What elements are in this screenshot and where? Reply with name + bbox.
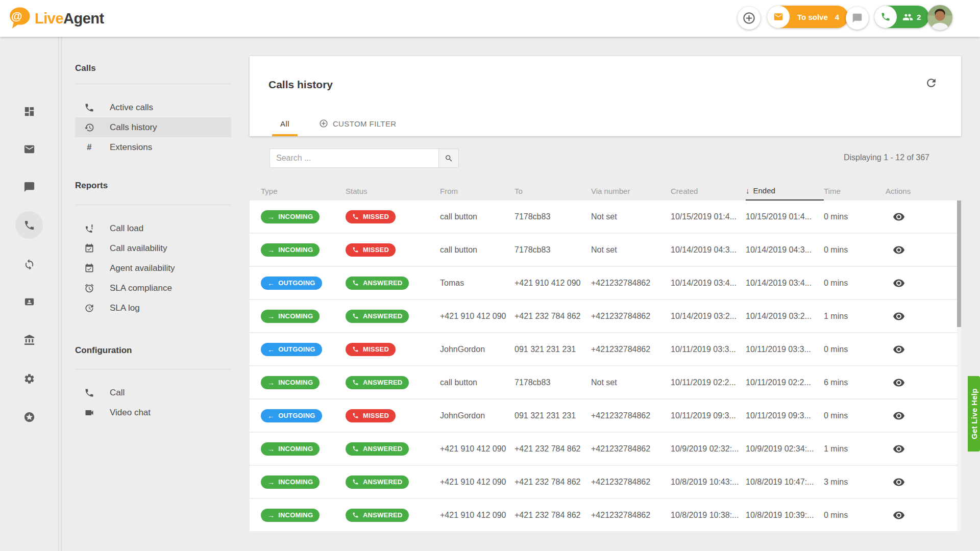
table-row[interactable]: ←OUTGOINGMISSEDJohnGordon091 321 231 231… [250, 399, 958, 432]
rail-item-gear[interactable] [15, 365, 43, 392]
cell-from: Tomas [440, 279, 514, 288]
menu-item-call[interactable]: Call [75, 383, 231, 403]
table-row[interactable]: →INCOMINGMISSEDcall button7178cb83Not se… [250, 234, 958, 266]
view-call-eye-icon[interactable] [893, 211, 905, 223]
refresh-icon[interactable] [925, 77, 938, 89]
table-row[interactable]: →INCOMINGANSWEREDcall button7178cb83Not … [250, 366, 958, 398]
table-row[interactable]: →INCOMINGANSWERED+421 910 412 090+421 23… [250, 300, 958, 332]
column-header-time[interactable]: Time [824, 181, 886, 201]
column-header-created[interactable]: Created [671, 181, 746, 201]
arrow-right-icon: → [267, 445, 275, 453]
menu-section-items: Active callsCalls history#Extensions [75, 97, 231, 157]
view-call-eye-icon[interactable] [893, 277, 905, 289]
arrow-left-icon: ← [267, 412, 275, 420]
rail-item-mail[interactable] [15, 135, 43, 163]
phone-icon [352, 379, 359, 386]
view-call-eye-icon[interactable] [893, 343, 905, 356]
column-header-ended[interactable]: ↓Ended [746, 181, 824, 201]
table-row[interactable]: →INCOMINGANSWERED+421 910 412 090+421 23… [250, 433, 958, 465]
cell-time: 0 mins [824, 411, 886, 420]
cell-time: 1 mins [824, 444, 886, 454]
column-header-via-number[interactable]: Via number [591, 181, 671, 201]
search-input[interactable] [270, 148, 439, 168]
cell-time: 0 mins [824, 279, 886, 288]
menu-item-active-calls[interactable]: Active calls [75, 97, 231, 117]
rail-item-star-circle[interactable] [15, 403, 43, 431]
rail-item-contacts[interactable] [15, 288, 43, 315]
call-status-badge: ANSWERED [346, 310, 409, 323]
call-status-badge: MISSED [346, 243, 396, 257]
rail-item-phone[interactable] [15, 211, 43, 239]
tab-label: All [280, 119, 289, 128]
cell-ended: 10/11/2019 09:3... [746, 411, 824, 420]
cell-created: 10/14/2019 03:2... [671, 312, 746, 321]
view-call-eye-icon[interactable] [893, 310, 905, 322]
table-scrollbar-track[interactable] [957, 201, 961, 531]
call-status-badge: MISSED [346, 343, 396, 356]
table-row[interactable]: →INCOMINGANSWERED+421 910 412 090+421 23… [250, 466, 958, 498]
phone-icon [23, 219, 35, 231]
rail-item-sync[interactable] [15, 251, 43, 278]
sort-descending-icon: ↓ [746, 186, 750, 195]
menu-item-sla-log[interactable]: SLA log [75, 298, 231, 318]
column-header-label: Via number [591, 187, 630, 195]
phone-icon [352, 313, 359, 319]
menu-item-agent-availability[interactable]: Agent availability [75, 258, 231, 278]
view-call-eye-icon[interactable] [893, 377, 905, 389]
brand-agent: Agent [63, 10, 104, 27]
cell-to: +421 232 784 862 [514, 312, 591, 321]
table-row[interactable]: ←OUTGOINGANSWEREDTomas+421 910 412 090+4… [250, 267, 958, 299]
table-row[interactable]: →INCOMINGANSWERED+421 910 412 090+421 23… [250, 499, 958, 531]
rail-item-dashboard[interactable] [15, 97, 43, 125]
tab-custom-filter[interactable]: CUSTOM FILTER [311, 113, 405, 136]
table-row[interactable]: ←OUTGOINGMISSEDJohnGordon091 321 231 231… [250, 333, 958, 365]
view-call-eye-icon[interactable] [893, 476, 905, 488]
table-scrollbar-thumb[interactable] [957, 201, 961, 327]
avatar[interactable] [927, 5, 952, 30]
arrow-right-icon: → [267, 511, 275, 519]
icon-rail [0, 37, 58, 551]
cell-created: 10/15/2019 01:4... [671, 212, 746, 221]
rail-item-bank[interactable] [15, 326, 43, 354]
table-body: →INCOMINGMISSEDcall button7178cb83Not se… [250, 201, 958, 532]
cell-to: 7178cb83 [514, 245, 591, 255]
menu-item-call-availability[interactable]: Call availability [75, 238, 231, 258]
column-header-from[interactable]: From [440, 181, 514, 201]
tab-all[interactable]: All [272, 113, 298, 136]
calls-status-button[interactable]: 2 [874, 6, 929, 28]
create-new-button[interactable] [738, 7, 761, 30]
menu-item-label: Video chat [110, 408, 151, 418]
view-call-eye-icon[interactable] [893, 443, 905, 455]
call-status-badge: ANSWERED [346, 442, 409, 456]
cell-via-number: +421232784862 [591, 478, 671, 487]
column-header-to[interactable]: To [514, 181, 591, 201]
view-call-eye-icon[interactable] [893, 244, 905, 256]
menu-item-calls-history[interactable]: Calls history [75, 117, 231, 137]
phone-icon [352, 213, 359, 220]
cell-created: 10/11/2019 03:3... [671, 345, 746, 354]
chats-button[interactable] [846, 7, 869, 30]
menu-item-call-load[interactable]: Call load [75, 218, 231, 238]
search-button[interactable] [439, 148, 459, 168]
phone-icon [352, 512, 359, 518]
rail-item-chat[interactable] [15, 173, 43, 201]
get-live-help-tab[interactable]: Get Live Help [968, 376, 980, 452]
cell-ended: 10/14/2019 03:2... [746, 312, 824, 321]
column-header-type[interactable]: Type [261, 181, 346, 201]
cell-ended: 10/8/2019 10:47:... [746, 478, 824, 487]
to-solve-button[interactable]: To solve 4 [767, 6, 848, 28]
liveagent-logo[interactable]: @ LiveAgent [7, 0, 104, 37]
cell-created: 10/14/2019 03:4... [671, 279, 746, 288]
phone-icon [84, 388, 94, 398]
menu-item-extensions[interactable]: #Extensions [75, 137, 231, 157]
cell-created: 10/9/2019 02:32:... [671, 444, 746, 454]
cell-time: 0 mins [824, 345, 886, 354]
column-header-status[interactable]: Status [346, 181, 440, 201]
menu-item-sla-compliance[interactable]: SLA compliance [75, 278, 231, 298]
table-row[interactable]: →INCOMINGMISSEDcall button7178cb83Not se… [250, 201, 958, 233]
bank-icon [23, 334, 35, 346]
view-call-eye-icon[interactable] [893, 509, 905, 521]
view-call-eye-icon[interactable] [893, 410, 905, 422]
menu-item-video-chat[interactable]: Video chat [75, 403, 231, 422]
column-header-actions[interactable]: Actions [886, 181, 958, 201]
